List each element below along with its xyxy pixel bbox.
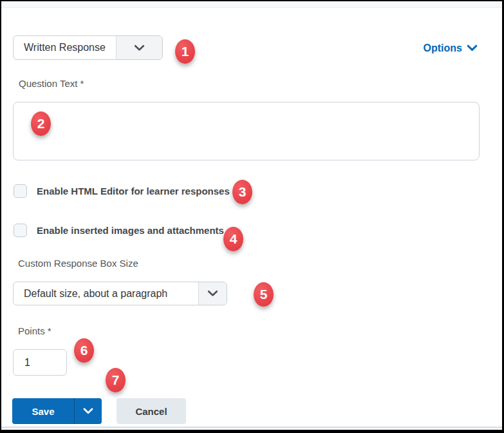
annotation-badge-4: 4 bbox=[223, 227, 243, 251]
question-type-select[interactable]: Written Response bbox=[13, 35, 163, 60]
enable-html-editor-checkbox[interactable] bbox=[14, 184, 27, 198]
options-link[interactable]: Options bbox=[424, 43, 478, 54]
response-box-size-label: Custom Response Box Size bbox=[18, 258, 138, 269]
save-split-button: Save bbox=[12, 398, 102, 424]
question-editor-panel: Written Response Options Question Text *… bbox=[0, 0, 504, 433]
annotation-badge-2: 2 bbox=[31, 111, 51, 136]
chevron-down-icon bbox=[116, 36, 162, 59]
enable-attachments-label[interactable]: Enable inserted images and attachments bbox=[37, 225, 224, 236]
response-box-size-value: Default size, about a paragraph bbox=[14, 282, 198, 305]
response-box-size-select[interactable]: Default size, about a paragraph bbox=[13, 282, 227, 305]
points-label: Points * bbox=[18, 325, 51, 336]
save-button[interactable]: Save bbox=[12, 398, 75, 424]
chevron-down-icon bbox=[467, 43, 478, 54]
annotation-badge-3: 3 bbox=[232, 180, 252, 204]
enable-html-editor-row: Enable HTML Editor for learner responses bbox=[14, 184, 230, 198]
annotation-badge-1: 1 bbox=[175, 39, 195, 64]
question-text-editor[interactable] bbox=[13, 102, 480, 160]
points-input[interactable] bbox=[13, 349, 67, 376]
options-label: Options bbox=[424, 43, 462, 54]
chevron-down-icon bbox=[83, 408, 93, 414]
enable-html-editor-label[interactable]: Enable HTML Editor for learner responses bbox=[37, 186, 230, 197]
question-type-value: Written Response bbox=[14, 36, 116, 59]
bottom-divider-line bbox=[1, 427, 502, 428]
enable-attachments-row: Enable inserted images and attachments bbox=[14, 224, 224, 237]
annotation-badge-5: 5 bbox=[254, 282, 274, 307]
chevron-down-icon bbox=[198, 282, 227, 305]
annotation-badge-6: 6 bbox=[74, 338, 94, 363]
cancel-button[interactable]: Cancel bbox=[117, 398, 186, 424]
top-divider-strip bbox=[1, 1, 502, 8]
save-dropdown-button[interactable] bbox=[75, 398, 102, 424]
annotation-badge-7: 7 bbox=[106, 368, 126, 392]
question-text-label: Question Text * bbox=[19, 78, 84, 89]
enable-attachments-checkbox[interactable] bbox=[14, 224, 27, 237]
